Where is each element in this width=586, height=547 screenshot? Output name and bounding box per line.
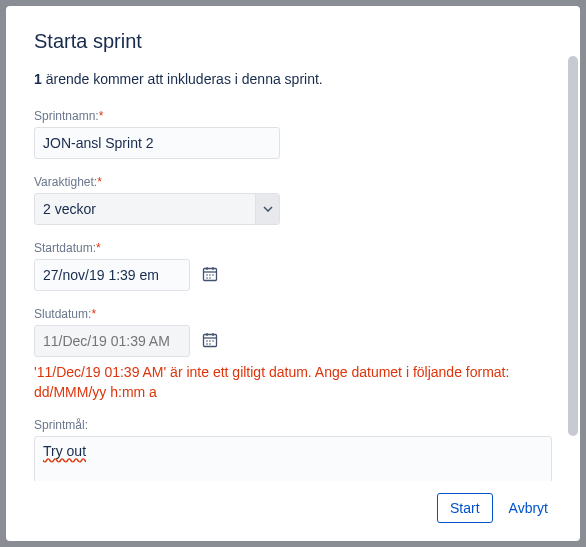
field-duration: Varaktighet:* 2 veckor	[34, 175, 552, 225]
required-mark: *	[91, 307, 96, 321]
svg-point-15	[212, 340, 214, 342]
end-date-error: '11/Dec/19 01:39 AM' är inte ett giltigt…	[34, 363, 552, 402]
calendar-icon	[202, 266, 218, 285]
label-end-date: Slutdatum:*	[34, 307, 552, 321]
svg-point-17	[209, 343, 211, 345]
svg-point-13	[206, 340, 208, 342]
cancel-button[interactable]: Avbryt	[501, 494, 556, 522]
sprint-goal-textarea[interactable]: Try out	[34, 436, 552, 481]
label-sprint-name: Sprintnamn:*	[34, 109, 552, 123]
modal-footer: Start Avbryt	[6, 481, 580, 541]
svg-point-14	[209, 340, 211, 342]
field-sprint-name: Sprintnamn:*	[34, 109, 552, 159]
info-count: 1	[34, 71, 42, 87]
end-date-calendar-button[interactable]	[200, 331, 220, 351]
label-duration: Varaktighet:*	[34, 175, 552, 189]
start-button[interactable]: Start	[437, 493, 493, 523]
modal-body: Starta sprint 1 ärende kommer att inklud…	[6, 6, 580, 481]
svg-point-5	[209, 274, 211, 276]
required-mark: *	[99, 109, 104, 123]
label-sprint-goal: Sprintmål:	[34, 418, 552, 432]
label-start-date: Startdatum:*	[34, 241, 552, 255]
field-sprint-goal: Sprintmål: Try out	[34, 418, 552, 481]
svg-point-7	[206, 277, 208, 279]
start-date-input[interactable]	[34, 259, 190, 291]
scrollbar-thumb[interactable]	[568, 56, 578, 436]
field-end-date: Slutdatum:* '11/Dec/19 01:39 AM' är inte…	[34, 307, 552, 402]
field-start-date: Startdatum:*	[34, 241, 552, 291]
scrollbar[interactable]	[566, 8, 578, 481]
svg-point-16	[206, 343, 208, 345]
modal-title: Starta sprint	[34, 30, 552, 53]
svg-point-4	[206, 274, 208, 276]
required-mark: *	[97, 175, 102, 189]
info-text: ärende kommer att inkluderas i denna spr…	[46, 71, 323, 87]
start-sprint-modal: Starta sprint 1 ärende kommer att inklud…	[6, 6, 580, 541]
start-date-calendar-button[interactable]	[200, 265, 220, 285]
svg-point-6	[212, 274, 214, 276]
duration-select[interactable]: 2 veckor	[34, 193, 280, 225]
info-line: 1 ärende kommer att inkluderas i denna s…	[34, 71, 552, 87]
sprint-name-input[interactable]	[34, 127, 280, 159]
calendar-icon	[202, 332, 218, 351]
required-mark: *	[96, 241, 101, 255]
end-date-input[interactable]	[34, 325, 190, 357]
svg-point-8	[209, 277, 211, 279]
